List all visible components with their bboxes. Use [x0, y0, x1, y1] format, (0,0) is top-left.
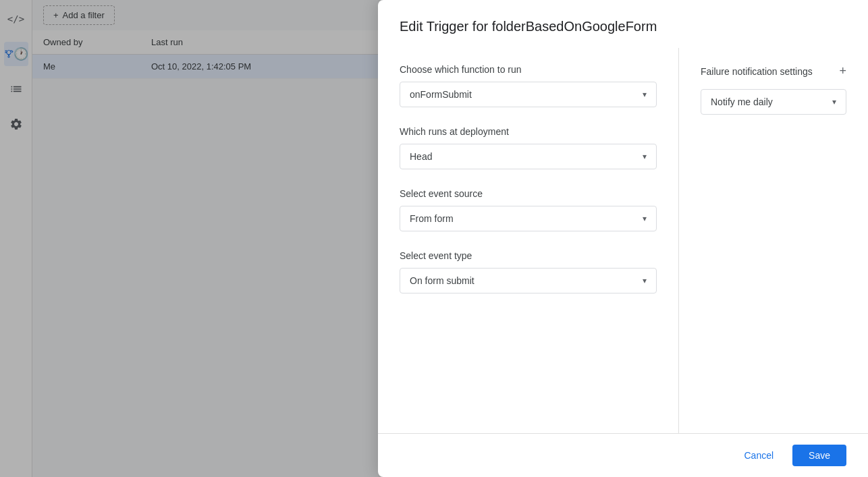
notification-label: Failure notification settings	[701, 66, 813, 77]
event-source-section: Select event source From form ▾	[400, 188, 657, 231]
deployment-chevron-icon: ▾	[643, 152, 647, 161]
function-chevron-icon: ▾	[643, 90, 647, 99]
deployment-value: Head	[410, 151, 432, 162]
modal-left-panel: Choose which function to run onFormSubmi…	[378, 48, 679, 433]
event-type-section: Select event type On form submit ▾	[400, 250, 657, 293]
cancel-button[interactable]: Cancel	[733, 445, 784, 466]
add-notification-button[interactable]: +	[839, 64, 846, 78]
modal-right-panel: Failure notification settings + Notify m…	[679, 48, 868, 433]
event-source-dropdown[interactable]: From form ▾	[400, 206, 657, 231]
event-source-chevron-icon: ▾	[643, 214, 647, 223]
notification-chevron-icon: ▾	[832, 97, 836, 107]
event-type-value: On form submit	[410, 275, 474, 286]
modal-title: Edit Trigger for folderBasedOnGoogleForm	[400, 19, 846, 34]
function-label: Choose which function to run	[400, 64, 657, 75]
notification-dropdown[interactable]: Notify me daily ▾	[701, 89, 846, 115]
function-section: Choose which function to run onFormSubmi…	[400, 64, 657, 107]
function-dropdown[interactable]: onFormSubmit ▾	[400, 82, 657, 107]
edit-trigger-modal: Edit Trigger for folderBasedOnGoogleForm…	[378, 0, 868, 477]
event-source-value: From form	[410, 213, 454, 224]
modal-body: Choose which function to run onFormSubmi…	[378, 48, 868, 433]
event-source-label: Select event source	[400, 188, 657, 199]
modal-header: Edit Trigger for folderBasedOnGoogleForm	[378, 0, 868, 48]
notification-header: Failure notification settings +	[701, 64, 846, 78]
event-type-dropdown[interactable]: On form submit ▾	[400, 268, 657, 293]
save-button[interactable]: Save	[792, 445, 846, 466]
deployment-section: Which runs at deployment Head ▾	[400, 126, 657, 169]
deployment-dropdown[interactable]: Head ▾	[400, 144, 657, 169]
event-type-chevron-icon: ▾	[643, 276, 647, 285]
deployment-label: Which runs at deployment	[400, 126, 657, 137]
event-type-label: Select event type	[400, 250, 657, 261]
function-value: onFormSubmit	[410, 89, 472, 100]
modal-footer: Cancel Save	[378, 433, 868, 477]
notification-value: Notify me daily	[711, 96, 773, 107]
